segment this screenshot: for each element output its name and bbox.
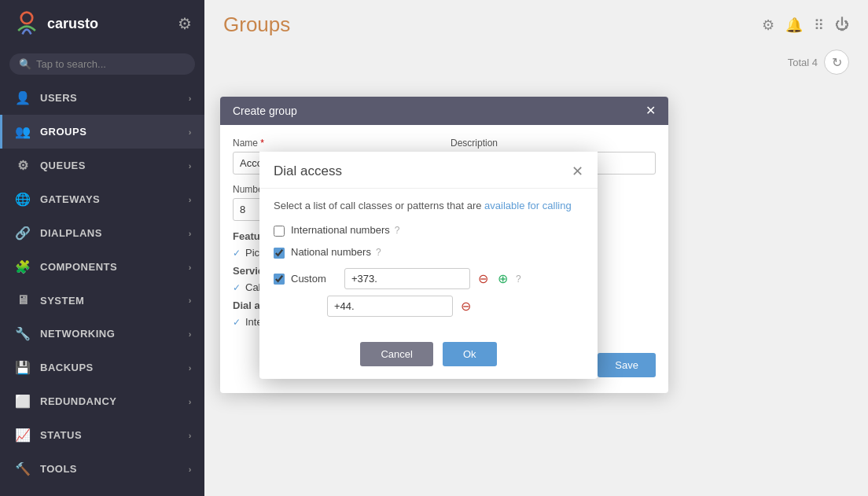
sidebar-item-label-status: STATUS [40, 429, 82, 441]
national-checkbox[interactable] [274, 248, 285, 259]
refresh-button[interactable]: ↻ [824, 50, 849, 75]
sidebar-item-components[interactable]: 🧩 COMPONENTS › [0, 250, 204, 284]
sidebar-item-users[interactable]: 👤 USERS › [0, 81, 204, 115]
sidebar-item-label-gateways: GATEWAYS [40, 193, 100, 205]
create-group-close-button[interactable]: ✕ [645, 105, 656, 117]
national-row: National numbers ? [274, 246, 583, 259]
chevron-icon-queues: › [189, 161, 192, 171]
svg-point-0 [21, 13, 32, 24]
apps-icon[interactable]: ⠿ [814, 17, 824, 34]
international-checkbox[interactable] [274, 226, 285, 237]
logo-icon [13, 9, 41, 38]
sidebar-item-label-groups: GROUPS [40, 126, 86, 138]
sidebar-header: carusto ⚙ [0, 0, 204, 47]
international-row: International numbers ? [274, 224, 583, 237]
search-input[interactable] [36, 58, 186, 70]
power-icon[interactable]: ⏻ [835, 17, 849, 33]
sidebar-item-label-system: SYSTEM [40, 295, 84, 307]
description-highlight: available for calling [484, 200, 572, 211]
description-label: Description [451, 138, 656, 149]
logo-area: carusto [13, 9, 98, 38]
name-label: Name * [233, 138, 438, 149]
backups-icon: 💾 [15, 360, 31, 375]
sidebar-item-gateways[interactable]: 🌐 GATEWAYS › [0, 182, 204, 216]
dial-access-header: Dial access ✕ [259, 152, 598, 189]
sidebar-item-networking[interactable]: 🔧 NETWORKING › [0, 317, 204, 351]
custom-input-1[interactable] [344, 268, 470, 289]
logo-text: carusto [47, 16, 98, 32]
search-bar[interactable]: 🔍 [9, 53, 195, 75]
page-title: Groups [223, 13, 290, 37]
chevron-icon-users: › [189, 94, 192, 103]
sidebar-item-label-dialplans: DIALPLANS [40, 227, 102, 239]
remove-custom-1-button[interactable]: ⊖ [476, 273, 490, 285]
top-bar-icons: ⚙ 🔔 ⠿ ⏻ [762, 17, 849, 34]
chevron-icon-status: › [189, 431, 192, 440]
sidebar-item-groups[interactable]: 👥 GROUPS › [0, 115, 204, 149]
chevron-icon-redundancy: › [189, 397, 192, 406]
chevron-icon-system: › [189, 296, 192, 305]
system-icon: 🖥 [15, 293, 31, 307]
components-icon: 🧩 [15, 259, 31, 274]
create-group-title: Create group [233, 105, 297, 117]
sidebar-item-redundancy[interactable]: ⬜ REDUNDANCY › [0, 384, 204, 418]
custom-help-icon[interactable]: ? [516, 274, 521, 285]
redundancy-icon: ⬜ [15, 394, 31, 409]
dial-access-ok-button[interactable]: Ok [443, 342, 497, 366]
custom-second-row: ⊖ [327, 296, 583, 317]
dial-access-description: Select a list of call classes or pattern… [274, 200, 583, 211]
groups-icon: 👥 [15, 124, 31, 139]
sidebar-item-label-users: USERS [40, 92, 77, 104]
dial-access-footer: Cancel Ok [259, 334, 598, 379]
dial-access-close-button[interactable]: ✕ [572, 163, 583, 180]
dial-access-title: Dial access [274, 163, 342, 179]
chevron-icon-components: › [189, 263, 192, 272]
sidebar-item-label-tools: TOOLS [40, 463, 77, 475]
custom-input-2[interactable] [327, 296, 453, 317]
sidebar-item-dialplans[interactable]: 🔗 DIALPLANS › [0, 216, 204, 250]
top-bar: Groups ⚙ 🔔 ⠿ ⏻ [204, 0, 868, 50]
users-icon: 👤 [15, 90, 31, 105]
custom-checkbox[interactable] [274, 274, 285, 285]
chevron-icon-dialplans: › [189, 229, 192, 238]
networking-icon: 🔧 [15, 326, 31, 341]
remove-custom-2-button[interactable]: ⊖ [459, 300, 473, 313]
custom-row: Custom ⊖ ⊕ ? [274, 268, 583, 289]
queues-icon: ⚙ [15, 158, 31, 173]
sidebar-item-status[interactable]: 📈 STATUS › [0, 418, 204, 452]
create-group-save-button[interactable]: Save [598, 353, 656, 377]
settings-icon[interactable]: ⚙ [762, 17, 774, 34]
create-group-modal-header: Create group ✕ [220, 97, 668, 125]
add-custom-button[interactable]: ⊕ [496, 273, 509, 285]
sidebar-item-label-networking: NETWORKING [40, 328, 115, 340]
sidebar-item-system[interactable]: 🖥 SYSTEM › [0, 284, 204, 317]
chevron-icon-groups: › [189, 127, 192, 137]
tools-icon: 🔨 [15, 461, 31, 476]
settings-header-icon[interactable]: ⚙ [178, 14, 192, 33]
dial-access-check-icon: ✓ [233, 317, 241, 328]
sidebar-item-label-backups: BACKUPS [40, 362, 94, 373]
gateways-icon: 🌐 [15, 192, 31, 207]
chevron-icon-networking: › [189, 329, 192, 339]
sidebar-item-backups[interactable]: 💾 BACKUPS › [0, 351, 204, 384]
national-help-icon[interactable]: ? [376, 247, 381, 258]
content-area: Total 4 ↻ Create group ✕ Name * De [204, 50, 868, 496]
dialplans-icon: 🔗 [15, 226, 31, 241]
chevron-icon-backups: › [189, 363, 192, 373]
main-content: Groups ⚙ 🔔 ⠿ ⏻ Total 4 ↻ Create group ✕ … [204, 0, 868, 496]
sidebar-item-label-components: COMPONENTS [40, 261, 117, 273]
sidebar-item-queues[interactable]: ⚙ QUEUES › [0, 149, 204, 182]
international-label: International numbers ? [291, 224, 399, 236]
international-help-icon[interactable]: ? [395, 225, 400, 236]
notifications-icon[interactable]: 🔔 [785, 17, 803, 34]
sidebar-item-tools[interactable]: 🔨 TOOLS › [0, 452, 204, 486]
status-icon: 📈 [15, 428, 31, 443]
custom-label: Custom [291, 273, 338, 285]
chevron-icon-tools: › [189, 465, 192, 474]
nav-items: 👤 USERS › 👥 GROUPS › ⚙ QUEUES › 🌐 GATEWA… [0, 81, 204, 496]
total-label: Total 4 [788, 57, 818, 68]
chevron-icon-gateways: › [189, 195, 192, 204]
national-label: National numbers ? [291, 246, 381, 258]
sidebar-item-label-redundancy: REDUNDANCY [40, 395, 116, 407]
dial-access-cancel-button[interactable]: Cancel [360, 342, 432, 366]
